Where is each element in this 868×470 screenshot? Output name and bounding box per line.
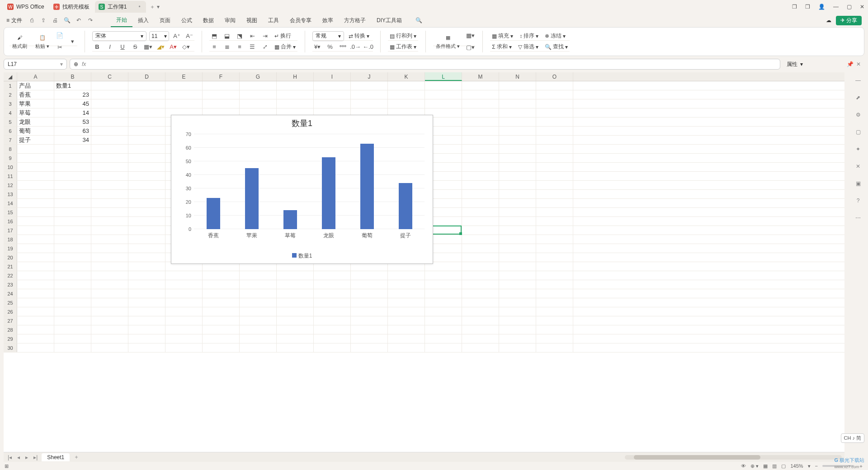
cell[interactable] [91,208,128,216]
cell[interactable] [499,108,536,117]
clear-format-icon[interactable]: ◇▾ [181,42,191,52]
cell[interactable] [499,190,536,198]
cell[interactable] [240,289,277,298]
cell[interactable] [91,136,128,144]
cell[interactable] [462,136,499,144]
cell[interactable] [91,289,128,298]
cell[interactable]: 葡萄 [17,127,54,135]
row-header[interactable]: 5 [4,118,17,126]
cell[interactable] [388,99,425,108]
cell[interactable] [17,334,54,343]
cell[interactable] [536,271,573,280]
cell[interactable] [499,136,536,144]
cell[interactable] [536,217,573,226]
cell[interactable] [425,280,462,289]
cell[interactable] [536,118,573,126]
share-button[interactable]: ✈ 分享 [836,16,862,25]
col-header-G[interactable]: G [240,72,277,81]
eye-icon[interactable]: 👁 [741,463,746,469]
cell[interactable] [499,334,536,343]
cell[interactable] [128,343,165,352]
cell[interactable] [91,244,128,253]
cell[interactable] [17,235,54,244]
comma-icon[interactable]: ᵒᵒᵒ [338,42,348,52]
save-icon[interactable]: ⎙ [27,15,37,25]
cell[interactable] [499,271,536,280]
cell[interactable] [499,145,536,153]
cell[interactable] [351,90,388,99]
cell[interactable] [91,81,128,90]
cell[interactable] [462,118,499,126]
cell[interactable] [91,271,128,280]
cell[interactable] [17,262,54,271]
format-painter[interactable]: 🖌格式刷 [9,32,30,51]
cell[interactable] [165,280,203,289]
bar-葡萄[interactable] [360,144,374,229]
align-center-icon[interactable]: ≣ [222,42,232,52]
clipboard-more[interactable]: ▾ [67,37,77,47]
cell[interactable] [17,199,54,207]
cell[interactable] [351,280,388,289]
cell[interactable] [536,108,573,117]
cell[interactable] [536,136,573,144]
bar-提子[interactable] [399,183,412,229]
font-select[interactable]: 宋体▾ [92,31,146,41]
cell[interactable] [499,280,536,289]
cell[interactable] [128,90,165,99]
cell[interactable] [17,163,54,171]
collapse-side-icon[interactable]: — [854,76,863,85]
cell[interactable] [499,325,536,334]
close-panel-icon[interactable]: ✕ [856,61,861,67]
cell[interactable] [462,217,499,226]
cell[interactable] [499,343,536,352]
cell[interactable] [462,307,499,316]
cell[interactable] [536,154,573,162]
cell[interactable] [17,208,54,216]
cell[interactable] [277,316,314,325]
row-header[interactable]: 25 [4,298,17,307]
cell[interactable] [536,325,573,334]
cell[interactable] [54,190,91,198]
close-icon[interactable]: ✕ [860,4,864,10]
cell[interactable] [240,280,277,289]
cell[interactable] [91,298,128,307]
cell[interactable] [54,226,91,235]
cell[interactable] [351,81,388,90]
sheet-tab[interactable]: Sheet1 [42,453,70,461]
cell[interactable] [128,253,165,262]
col-header-M[interactable]: M [462,72,499,81]
cell[interactable] [54,271,91,280]
cell[interactable] [499,199,536,207]
cell[interactable] [388,81,425,90]
cell[interactable] [128,163,165,171]
row-header[interactable]: 7 [4,136,17,144]
cell[interactable] [128,217,165,226]
panel-icon[interactable]: ▢ [854,127,863,136]
cell[interactable] [351,289,388,298]
cell[interactable] [462,163,499,171]
cell[interactable] [128,108,165,117]
cell[interactable] [17,181,54,189]
cell[interactable] [240,343,277,352]
cell[interactable] [91,154,128,162]
cell[interactable]: 苹果 [17,99,54,108]
cell[interactable] [165,298,203,307]
cell[interactable] [91,190,128,198]
search-icon[interactable]: 🔍 [414,15,424,25]
cell[interactable] [54,199,91,207]
col-header-J[interactable]: J [351,72,388,81]
col-header-H[interactable]: H [277,72,314,81]
cell[interactable]: 草莓 [17,108,54,117]
cell[interactable] [462,289,499,298]
cell[interactable] [17,154,54,162]
cell[interactable] [462,145,499,153]
cell[interactable] [351,334,388,343]
cell[interactable] [388,316,425,325]
cell[interactable] [54,325,91,334]
cell[interactable] [128,136,165,144]
cell[interactable] [462,81,499,90]
cell[interactable] [91,172,128,180]
cell[interactable] [351,298,388,307]
export-icon[interactable]: ⇪ [38,15,48,25]
cell[interactable] [277,334,314,343]
